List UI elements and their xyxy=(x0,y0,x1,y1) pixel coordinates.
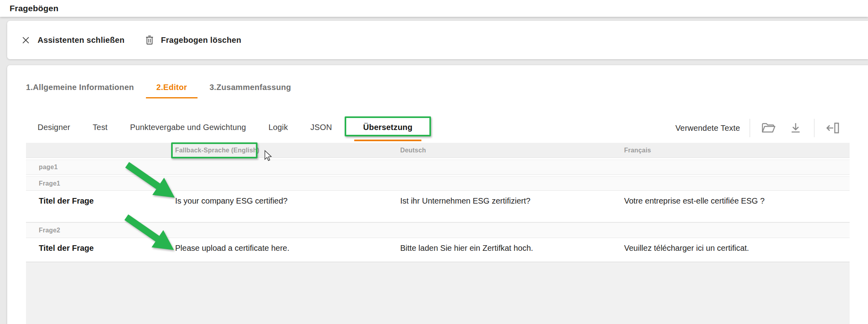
header-deutsch: Deutsch xyxy=(397,147,621,154)
table-row-frage2-title: Titel der Frage Please upload a certific… xyxy=(26,238,850,262)
header-francais: Français xyxy=(621,147,850,154)
tab-uebersetzung[interactable]: Übersetzung xyxy=(354,115,421,141)
header-fallback-label: Fallback-Sprache (English) xyxy=(175,147,259,154)
trash-icon xyxy=(145,35,154,45)
row-label-titel-der-frage: Titel der Frage xyxy=(26,244,172,253)
step-tab-editor[interactable]: 2.Editor xyxy=(146,77,198,98)
cell-german[interactable]: Bitte laden Sie hier ein Zertifkat hoch. xyxy=(397,244,621,253)
section-label: page1 xyxy=(26,164,172,171)
tab-json[interactable]: JSON xyxy=(310,115,332,141)
tab-punktevergabe[interactable]: Punktevergabe und Gewichtung xyxy=(130,115,246,141)
divider xyxy=(750,119,750,137)
wizard-toolbar-card: Assistenten schließen Fragebogen löschen xyxy=(7,21,868,59)
step-tab-zusammenfassung[interactable]: 3.Zusammenfassung xyxy=(199,77,301,98)
tab-designer[interactable]: Designer xyxy=(38,115,70,141)
cell-french[interactable]: Veuillez télécharger ici un certificat. xyxy=(621,244,850,253)
table-header-row: Fallback-Sprache (English) Deutsch Franç… xyxy=(26,143,850,158)
row-label-titel-der-frage: Titel der Frage xyxy=(26,196,172,206)
translation-tools: Verwendete Texte xyxy=(675,115,842,141)
translation-table: Fallback-Sprache (English) Deutsch Franç… xyxy=(26,143,850,324)
section-row-page1: page1 xyxy=(26,160,850,175)
import-left-icon xyxy=(826,122,840,134)
used-texts-toggle[interactable]: Verwendete Texte xyxy=(675,124,740,133)
table-row-frage1-title: Titel der Frage Is your company ESG cert… xyxy=(26,191,850,222)
close-assistant-label: Assistenten schließen xyxy=(38,36,124,45)
step-label: 1.Allgemeine Informationen xyxy=(26,83,134,92)
divider xyxy=(814,119,814,137)
open-translation-file-button[interactable] xyxy=(760,119,777,137)
step-label: 3.Zusammenfassung xyxy=(210,83,291,92)
cell-german[interactable]: Ist ihr Unternehmen ESG zertifiziert? xyxy=(397,196,621,206)
editor-subtabs: Designer Test Punktevergabe und Gewichtu… xyxy=(38,115,421,141)
close-icon xyxy=(21,35,31,45)
cell-french[interactable]: Votre entreprise est-elle certifiée ESG … xyxy=(621,196,850,206)
step-label: 2.Editor xyxy=(156,83,187,92)
download-icon xyxy=(789,122,802,134)
tab-logik[interactable]: Logik xyxy=(268,115,288,141)
tab-test[interactable]: Test xyxy=(93,115,108,141)
cell-english[interactable]: Please upload a certificate here. xyxy=(172,244,397,253)
cell-english[interactable]: Is your company ESG certified? xyxy=(172,196,397,206)
section-row-frage2: Frage2 xyxy=(26,222,850,238)
step-tab-allgemeine-informationen[interactable]: 1.Allgemeine Informationen xyxy=(16,77,144,98)
page-title: Fragebögen xyxy=(10,4,58,13)
section-row-frage1: Frage1 xyxy=(26,176,850,191)
delete-questionnaire-button[interactable]: Fragebogen löschen xyxy=(145,35,241,45)
section-label: Frage1 xyxy=(26,180,172,187)
app-header: Fragebögen xyxy=(0,0,868,17)
tab-uebersetzung-label: Übersetzung xyxy=(363,123,412,132)
collapse-panel-button[interactable] xyxy=(824,119,842,137)
table-empty-area xyxy=(26,262,850,324)
close-assistant-button[interactable]: Assistenten schließen xyxy=(21,35,124,45)
section-label: Frage2 xyxy=(26,227,172,234)
open-folder-icon xyxy=(761,122,776,134)
wizard-toolbar: Assistenten schließen Fragebogen löschen xyxy=(21,21,241,59)
wizard-steps: 1.Allgemeine Informationen 2.Editor 3.Zu… xyxy=(16,77,301,98)
editor-card: 1.Allgemeine Informationen 2.Editor 3.Zu… xyxy=(7,65,868,324)
header-fallback-language: Fallback-Sprache (English) xyxy=(172,147,397,154)
delete-questionnaire-label: Fragebogen löschen xyxy=(161,36,241,45)
download-translations-button[interactable] xyxy=(787,119,804,137)
